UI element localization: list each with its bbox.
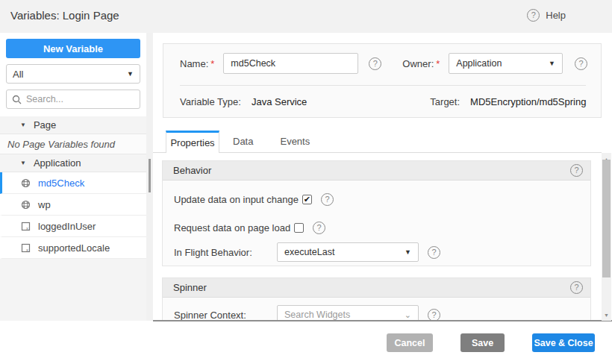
static-variable-icon: x	[21, 243, 31, 253]
behavior-section-header: Behavior ?	[163, 161, 590, 181]
variable-summary-panel: Name: * ? Owner: * Application ▼ ? Varia…	[163, 43, 602, 118]
tree-item-label: supportedLocale	[38, 242, 110, 254]
properties-scrollbar[interactable]: ▲ ▼	[602, 153, 611, 321]
save-and-close-button[interactable]: Save & Close	[532, 333, 595, 352]
behavior-help-icon[interactable]: ?	[570, 164, 583, 177]
in-flight-label: In Flight Behavior:	[174, 247, 277, 258]
spinner-section: Spinner ? Spinner Context: Search Widget…	[162, 277, 591, 320]
static-variable-icon: x	[21, 222, 31, 231]
variable-type-value: Java Service	[252, 96, 307, 107]
section-title: Behavior	[173, 165, 211, 176]
spinner-section-header: Spinner ?	[163, 278, 590, 298]
tree-item-wp[interactable]: wp	[0, 194, 146, 216]
required-asterisk: *	[436, 58, 440, 69]
svg-text:x: x	[26, 226, 28, 230]
search-input[interactable]	[26, 94, 146, 104]
request-on-load-label: Request data on page load	[174, 222, 290, 233]
tree-group-label: Page	[34, 119, 56, 131]
tree-item-label: wp	[38, 199, 51, 210]
update-on-input-help-icon[interactable]: ?	[321, 193, 334, 206]
service-variable-icon	[21, 200, 31, 210]
spinner-context-combobox[interactable]: Search Widgets ⌄	[277, 305, 419, 320]
page-empty-message: No Page Variables found	[0, 134, 146, 154]
chevron-down-icon: ▼	[405, 248, 411, 256]
request-on-load-checkbox[interactable]: ✔	[294, 223, 304, 233]
tab-events[interactable]: Events	[266, 131, 323, 152]
name-input[interactable]	[223, 53, 358, 74]
owner-help-icon[interactable]: ?	[575, 57, 587, 70]
filter-selected-value: All	[13, 69, 23, 80]
save-button[interactable]: Save	[460, 333, 505, 352]
variable-type-label: Variable Type:	[180, 96, 241, 107]
name-label: Name:	[180, 58, 208, 69]
owner-selected-value: Application	[456, 58, 502, 69]
name-owner-row: Name: * ? Owner: * Application ▼ ?	[180, 53, 587, 74]
tree-item-loggedinuser[interactable]: x loggedInUser	[0, 216, 146, 237]
tree-item-label: md5Check	[38, 178, 84, 189]
chevron-down-icon: ⌄	[405, 310, 411, 320]
sidebar-scrollbar[interactable]	[146, 33, 153, 321]
owner-select[interactable]: Application ▼	[449, 53, 563, 74]
page-title: Variables: Login Page	[10, 9, 119, 22]
target-label: Target:	[430, 96, 460, 107]
tab-data[interactable]: Data	[219, 131, 266, 152]
scroll-down-arrow-icon[interactable]: ▼	[602, 310, 611, 319]
update-on-input-checkbox[interactable]: ✔	[302, 195, 312, 204]
request-on-load-row: Request data on page load ✔ ?	[174, 222, 583, 234]
tree-group-application[interactable]: ▼ Application	[0, 154, 146, 172]
variables-dialog: Variables: Login Page ? Help New Variabl…	[0, 0, 612, 364]
spinner-help-icon[interactable]: ?	[570, 281, 583, 294]
update-on-input-row: Update data on input change ✔ ?	[174, 193, 583, 206]
variable-filter-select[interactable]: All ▼	[6, 64, 140, 84]
in-flight-selected-value: executeLast	[284, 247, 334, 257]
tree-item-supportedlocale[interactable]: x supportedLocale	[0, 237, 146, 259]
chevron-down-icon: ▼	[549, 60, 555, 67]
in-flight-help-icon[interactable]: ?	[428, 246, 440, 259]
variable-search	[6, 90, 140, 109]
dialog-footer: Cancel Save Save & Close	[0, 321, 612, 364]
dialog-header: Variables: Login Page ? Help	[0, 0, 612, 33]
new-variable-button[interactable]: New Variable	[6, 39, 140, 58]
spinner-context-label: Spinner Context:	[174, 310, 277, 321]
variable-detail-panel: Name: * ? Owner: * Application ▼ ? Varia…	[153, 33, 612, 321]
search-icon	[12, 95, 22, 104]
help-link[interactable]: ? Help	[527, 9, 566, 22]
panel-divider	[180, 85, 586, 86]
detail-tabs: Properties Data Events	[153, 131, 602, 153]
name-help-icon[interactable]: ?	[369, 57, 381, 70]
update-on-input-label: Update data on input change	[174, 194, 299, 205]
help-label: Help	[546, 10, 566, 21]
request-on-load-help-icon[interactable]: ?	[313, 222, 325, 234]
in-flight-row: In Flight Behavior: executeLast ▼ ?	[174, 242, 583, 262]
sidebar-controls: New Variable All ▼	[0, 33, 146, 116]
target-value: MD5Encryption/md5Spring	[470, 96, 586, 107]
svg-text:x: x	[26, 248, 28, 252]
tree-group-page[interactable]: ▼ Page	[0, 116, 146, 134]
tree-item-label: loggedInUser	[38, 221, 96, 232]
tree-item-md5check[interactable]: md5Check	[0, 172, 146, 194]
owner-label: Owner:	[402, 58, 434, 69]
properties-scroll-area: Behavior ? Update data on input change ✔…	[153, 153, 602, 320]
properties-scrollbar-thumb[interactable]	[602, 160, 611, 277]
tab-properties[interactable]: Properties	[166, 131, 219, 153]
service-variable-icon	[21, 178, 31, 188]
collapse-triangle-icon: ▼	[20, 160, 26, 166]
footer-buttons: Cancel Save Save & Close	[387, 333, 595, 352]
sidebar-scrollbar-thumb[interactable]	[149, 159, 151, 192]
variables-sidebar: New Variable All ▼ ▼ Page No Page Variab…	[0, 33, 146, 321]
type-target-row: Variable Type: Java Service Target: MD5E…	[180, 94, 587, 109]
behavior-section: Behavior ? Update data on input change ✔…	[162, 160, 591, 266]
help-icon: ?	[527, 9, 540, 22]
spinner-context-row: Spinner Context: Search Widgets ⌄ ?	[174, 305, 583, 320]
tree-group-label: Application	[34, 157, 81, 169]
required-asterisk: *	[210, 58, 214, 69]
section-title: Spinner	[173, 282, 207, 293]
spinner-context-placeholder: Search Widgets	[284, 310, 350, 320]
collapse-triangle-icon: ▼	[20, 122, 26, 128]
chevron-down-icon: ▼	[127, 70, 134, 78]
cancel-button[interactable]: Cancel	[387, 333, 433, 352]
in-flight-select[interactable]: executeLast ▼	[277, 242, 419, 262]
spinner-context-help-icon[interactable]: ?	[428, 309, 440, 321]
